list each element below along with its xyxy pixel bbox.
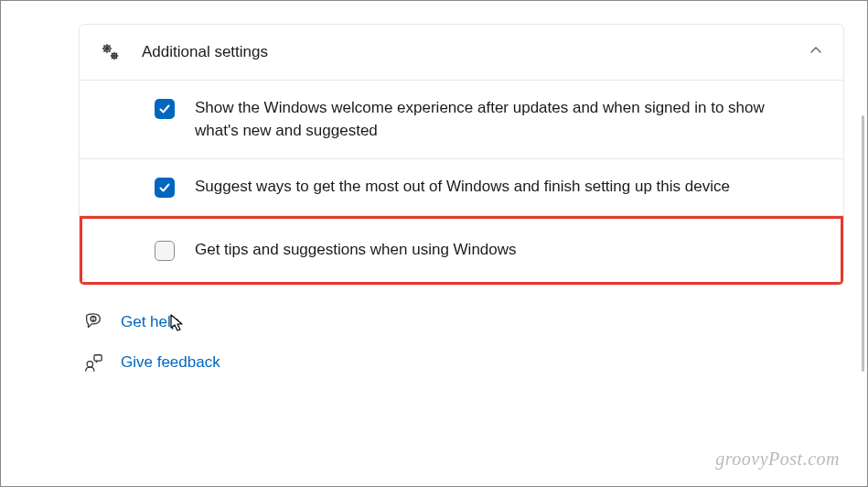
option-label: Show the Windows welcome experience afte… (195, 97, 799, 142)
svg-point-0 (106, 48, 109, 50)
feedback-link-row: Give feedback (82, 352, 844, 373)
scrollbar[interactable] (859, 24, 864, 454)
panel-title: Additional settings (142, 43, 809, 61)
svg-point-6 (87, 361, 92, 366)
help-link-row: Get help (82, 311, 844, 333)
help-icon (82, 311, 104, 333)
chevron-up-icon (809, 43, 823, 61)
checkbox-suggest-ways[interactable] (155, 178, 175, 198)
watermark: groovyPost.com (715, 449, 840, 470)
scrollbar-thumb[interactable] (862, 115, 864, 372)
get-help-link[interactable]: Get help (121, 313, 179, 331)
svg-point-5 (93, 319, 94, 320)
panel-header[interactable]: Additional settings (80, 25, 843, 81)
checkbox-tips-suggestions[interactable] (155, 241, 175, 261)
settings-gears-icon (100, 41, 127, 63)
checkbox-welcome-experience[interactable] (155, 99, 175, 119)
svg-rect-7 (94, 354, 102, 360)
svg-point-2 (113, 55, 115, 57)
option-label: Suggest ways to get the most out of Wind… (195, 176, 730, 199)
additional-settings-panel: Additional settings Show the Windows wel… (79, 24, 844, 286)
feedback-icon (82, 352, 104, 373)
footer-links: Get help Give feedback (79, 286, 844, 373)
option-row-suggest-ways[interactable]: Suggest ways to get the most out of Wind… (80, 159, 843, 216)
option-row-welcome-experience[interactable]: Show the Windows welcome experience afte… (80, 81, 843, 159)
option-label: Get tips and suggestions when using Wind… (195, 239, 517, 262)
give-feedback-link[interactable]: Give feedback (121, 353, 220, 372)
option-row-tips-suggestions[interactable]: Get tips and suggestions when using Wind… (80, 216, 843, 285)
